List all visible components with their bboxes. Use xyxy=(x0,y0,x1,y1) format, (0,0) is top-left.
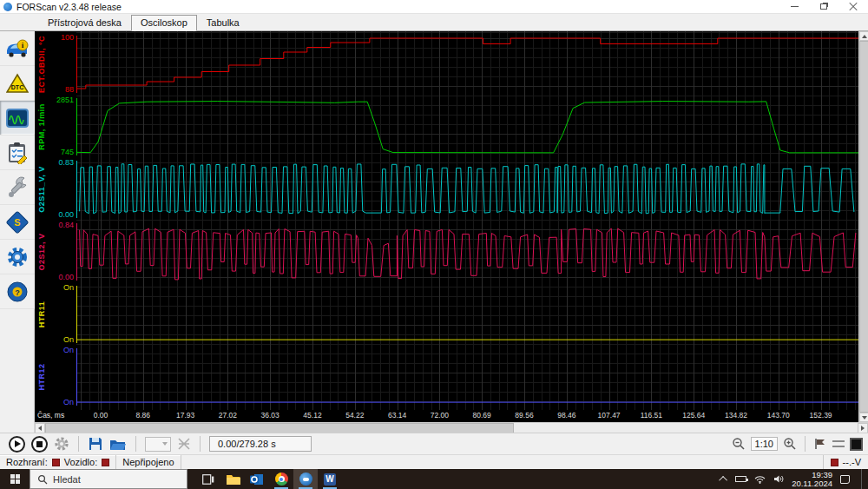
horizontal-scrollbar[interactable] xyxy=(35,422,868,433)
wifi-icon[interactable] xyxy=(754,475,766,484)
sidebar-vehicle-info-button[interactable]: i xyxy=(0,31,35,66)
sidebar-help-button[interactable]: ? xyxy=(0,274,35,309)
zoom-out-button[interactable] xyxy=(732,437,746,451)
signal-select-dropdown[interactable] xyxy=(145,437,171,452)
channel-trace-o2s12[interactable] xyxy=(76,221,858,283)
interface-status-led xyxy=(52,459,60,466)
vertical-scrollbar[interactable] xyxy=(858,31,868,422)
show-desktop-button[interactable] xyxy=(861,469,865,489)
stop-button[interactable] xyxy=(31,436,48,453)
time-tick: 27.02 xyxy=(219,411,237,420)
background-color-button[interactable] xyxy=(850,438,863,451)
minimize-button[interactable] xyxy=(779,0,809,13)
file-explorer-button[interactable] xyxy=(220,469,245,489)
open-folder-icon xyxy=(109,437,127,452)
chip-icon: S xyxy=(6,211,29,234)
time-tick: 134.82 xyxy=(725,411,747,420)
channel-trace-htr12[interactable] xyxy=(76,346,858,408)
channel-row-htr12: HTR12OnOn xyxy=(35,346,858,408)
forscan-icon xyxy=(299,472,312,486)
load-button[interactable] xyxy=(109,437,127,452)
title-bar: FORScan v2.3.48 release xyxy=(0,0,868,14)
channel-row-ect: ECT.OBDII, °C10088 xyxy=(35,33,858,96)
search-placeholder: Hledat xyxy=(53,474,81,485)
transport-toolbar: 0.00/279.28 s 1:10 xyxy=(0,433,868,454)
tab-strip: Přístrojová deskaOsciloskopTabulka xyxy=(0,14,868,31)
save-button[interactable] xyxy=(88,436,103,452)
black-square-icon xyxy=(850,438,863,451)
chrome-button[interactable] xyxy=(269,469,293,489)
record-settings-button[interactable] xyxy=(54,436,69,452)
time-tick: 54.22 xyxy=(345,411,364,420)
action-center-icon[interactable] xyxy=(840,475,850,484)
clear-button[interactable] xyxy=(177,437,191,451)
time-tick: 80.69 xyxy=(473,411,491,420)
time-tick: 89.56 xyxy=(515,411,533,420)
windows-logo-icon xyxy=(10,474,20,484)
battery-icon[interactable] xyxy=(735,476,746,482)
playback-time-display: 0.00/279.28 s xyxy=(209,436,312,452)
sidebar-settings-button[interactable] xyxy=(0,240,35,274)
tab-p-strojov-deska[interactable]: Přístrojová deska xyxy=(38,15,131,31)
minimize-icon xyxy=(791,6,799,7)
channel-trace-htr11[interactable] xyxy=(76,283,858,346)
channel-max-o2s12: 0.84 xyxy=(35,221,74,229)
sidebar-service-button[interactable] xyxy=(0,170,35,205)
forscan-logo-icon xyxy=(3,3,12,11)
vertical-scroll-thumb[interactable] xyxy=(859,41,868,413)
restore-button[interactable] xyxy=(809,0,838,13)
hidden-icons-chevron[interactable] xyxy=(719,476,727,485)
channel-max-o2s11: 0.83 xyxy=(35,158,74,167)
statusbar-spacer xyxy=(181,455,824,469)
sidebar-programming-button[interactable]: S xyxy=(0,205,35,240)
zoom-in-button[interactable] xyxy=(783,437,797,451)
taskbar-search-input[interactable]: Hledat xyxy=(30,469,187,489)
svg-text:DTC: DTC xyxy=(11,84,23,90)
scroll-up-button[interactable] xyxy=(859,31,868,41)
forscan-taskbar-button[interactable] xyxy=(293,469,318,489)
channel-trace-rpm[interactable] xyxy=(76,96,858,158)
tab-osciloskop[interactable]: Osciloskop xyxy=(131,15,197,31)
channel-trace-o2s11[interactable] xyxy=(76,158,858,221)
connection-panel: Rozhraní: Vozidlo: xyxy=(0,455,116,469)
start-button[interactable] xyxy=(0,469,30,489)
forscan-window: FORScan v2.3.48 release Přístrojová desk… xyxy=(0,0,868,489)
battery-voltage-panel: --.-V xyxy=(824,455,868,469)
channel-max-htr11: On xyxy=(35,283,74,292)
marker-mode-button[interactable] xyxy=(813,438,827,450)
word-button[interactable]: W xyxy=(318,469,342,489)
dtc-triangle-icon: DTC xyxy=(6,73,29,94)
channel-traces: ECT.OBDII, °C10088RPM, 1/min2851745O2S11… xyxy=(35,33,858,408)
windows-taskbar: Hledat xyxy=(0,469,868,489)
channel-max-htr12: On xyxy=(35,346,74,354)
tab-tabulka[interactable]: Tabulka xyxy=(197,15,249,31)
wrench-icon xyxy=(7,176,28,199)
taskbar-clock[interactable]: 19:39 20.11.2024 xyxy=(792,471,832,488)
channel-max-rpm: 2851 xyxy=(35,96,74,104)
channel-max-ect: 100 xyxy=(35,33,74,42)
speaker-icon[interactable] xyxy=(773,474,784,484)
channel-min-o2s11: 0.00 xyxy=(35,210,74,219)
time-tick: 152.39 xyxy=(810,411,832,420)
grid-lines-button[interactable] xyxy=(832,440,845,447)
oscilloscope-chart[interactable]: ECT.OBDII, °C10088RPM, 1/min2851745O2S11… xyxy=(35,31,858,422)
up-arrow-icon xyxy=(862,35,867,38)
steering-wheel-help-icon: ? xyxy=(6,281,29,303)
sidebar-dtc-button[interactable]: DTC xyxy=(0,66,35,101)
sidebar-tests-button[interactable] xyxy=(0,135,35,170)
scroll-down-button[interactable] xyxy=(859,413,868,422)
sidebar-oscilloscope-button[interactable] xyxy=(0,101,35,135)
channel-trace-ect[interactable] xyxy=(76,33,858,96)
left-arrow-icon xyxy=(38,426,42,431)
outlook-button[interactable] xyxy=(245,469,269,489)
channel-row-o2s11: O2S11_V, V0.830.00 xyxy=(35,158,858,221)
channel-min-ect: 88 xyxy=(35,85,74,94)
play-button[interactable] xyxy=(9,436,25,453)
task-view-button[interactable] xyxy=(196,469,220,489)
search-icon xyxy=(37,474,48,485)
channel-min-o2s12: 0.00 xyxy=(35,273,74,281)
dropdown-arrow-icon xyxy=(162,442,168,446)
close-button[interactable] xyxy=(838,0,868,13)
time-tick: 143.70 xyxy=(767,411,790,420)
window-title: FORScan v2.3.48 release xyxy=(16,2,122,12)
